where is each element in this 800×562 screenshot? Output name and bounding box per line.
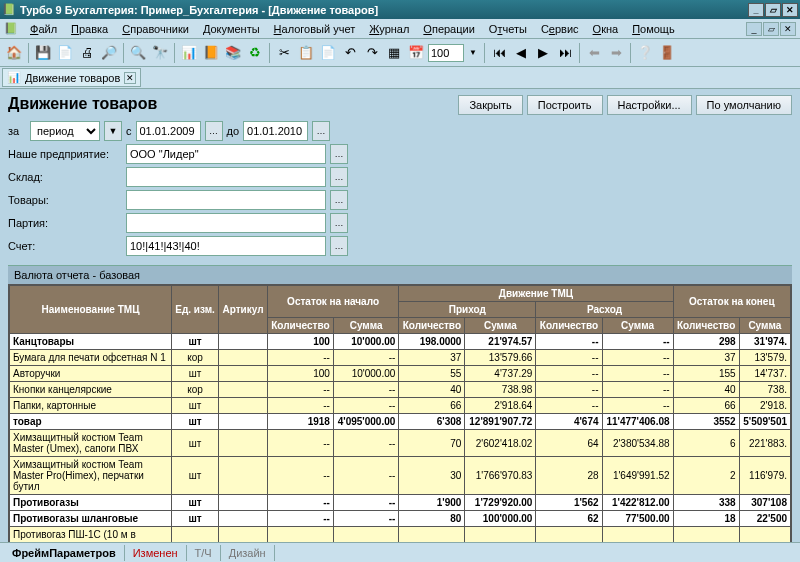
minimize-button[interactable]: _ bbox=[748, 3, 764, 17]
tovary-input[interactable] bbox=[126, 190, 326, 210]
chart-icon[interactable]: 📊 bbox=[179, 43, 199, 63]
zoom-input[interactable] bbox=[428, 44, 464, 62]
system-menu-icon[interactable]: 📗 bbox=[4, 22, 18, 35]
menu-file[interactable]: Файл bbox=[24, 21, 63, 37]
period-select[interactable]: период bbox=[30, 121, 100, 141]
menu-journal[interactable]: Журнал bbox=[363, 21, 415, 37]
cell-rq bbox=[536, 527, 602, 543]
menu-docs[interactable]: Документы bbox=[197, 21, 266, 37]
cell-es: 13'579. bbox=[739, 350, 790, 366]
schet-input[interactable] bbox=[126, 236, 326, 256]
doc-tab[interactable]: 📊 Движение товаров ✕ bbox=[2, 68, 141, 87]
partia-input[interactable] bbox=[126, 213, 326, 233]
period-picker-button[interactable]: ▼ bbox=[104, 121, 122, 141]
home-icon[interactable]: 🏠 bbox=[4, 43, 24, 63]
menu-edit[interactable]: Правка bbox=[65, 21, 114, 37]
forward-icon[interactable]: ➡ bbox=[606, 43, 626, 63]
company-picker-button[interactable]: … bbox=[330, 144, 348, 164]
partia-picker-button[interactable]: … bbox=[330, 213, 348, 233]
status-design[interactable]: Дизайн bbox=[221, 545, 275, 561]
menu-refs[interactable]: Справочники bbox=[116, 21, 195, 37]
table-row[interactable]: Химзащитный костюм Team Master Pro(Himex… bbox=[10, 457, 791, 495]
settings-button[interactable]: Настройки... bbox=[607, 95, 692, 115]
table-row[interactable]: Химзащитный костюм Team Master (Umex), с… bbox=[10, 430, 791, 457]
cell-eq: 338 bbox=[673, 495, 739, 511]
mdi-restore-button[interactable]: ▱ bbox=[763, 22, 779, 36]
calendar-icon[interactable]: 📅 bbox=[406, 43, 426, 63]
save-icon[interactable]: 💾 bbox=[33, 43, 53, 63]
new-icon[interactable]: 📄 bbox=[55, 43, 75, 63]
cell-name: Противогаз ПШ-1С (10 м в bbox=[10, 527, 172, 543]
menu-service[interactable]: Сервис bbox=[535, 21, 585, 37]
cell-rq: -- bbox=[536, 398, 602, 414]
cell-eq: 40 bbox=[673, 382, 739, 398]
help-icon[interactable]: ❔ bbox=[635, 43, 655, 63]
date-to-input[interactable] bbox=[243, 121, 308, 141]
preview-icon[interactable]: 🔎 bbox=[99, 43, 119, 63]
back-icon[interactable]: ⬅ bbox=[584, 43, 604, 63]
print-icon[interactable]: 🖨 bbox=[77, 43, 97, 63]
next-icon[interactable]: ▶ bbox=[533, 43, 553, 63]
tovary-picker-button[interactable]: … bbox=[330, 190, 348, 210]
cell-eq: 3552 bbox=[673, 414, 739, 430]
mdi-close-button[interactable]: ✕ bbox=[780, 22, 796, 36]
col-rashod: Расход bbox=[536, 302, 673, 318]
schet-picker-button[interactable]: … bbox=[330, 236, 348, 256]
last-icon[interactable]: ⏭ bbox=[555, 43, 575, 63]
date-to-picker-button[interactable]: … bbox=[312, 121, 330, 141]
cell-name: Канцтовары bbox=[10, 334, 172, 350]
report-header: Движение товаров Закрыть Построить Настр… bbox=[0, 89, 800, 119]
first-icon[interactable]: ⏮ bbox=[489, 43, 509, 63]
find-next-icon[interactable]: 🔭 bbox=[150, 43, 170, 63]
grid-icon[interactable]: ▦ bbox=[384, 43, 404, 63]
cell-art bbox=[219, 414, 268, 430]
books-icon[interactable]: 📚 bbox=[223, 43, 243, 63]
cut-icon[interactable]: ✂ bbox=[274, 43, 294, 63]
default-button[interactable]: По умолчанию bbox=[696, 95, 792, 115]
table-row[interactable]: Противогазы шланговыешт----80100'000.006… bbox=[10, 511, 791, 527]
exit-icon[interactable]: 🚪 bbox=[657, 43, 677, 63]
book-icon[interactable]: 📙 bbox=[201, 43, 221, 63]
search-icon[interactable]: 🔍 bbox=[128, 43, 148, 63]
table-row[interactable]: Авторучкишт10010'000.00554'737.29----155… bbox=[10, 366, 791, 382]
cell-ed: шт bbox=[171, 495, 218, 511]
company-input[interactable] bbox=[126, 144, 326, 164]
menu-reports[interactable]: Отчеты bbox=[483, 21, 533, 37]
table-row[interactable]: Канцтоварышт10010'000.00198.000021'974.5… bbox=[10, 334, 791, 350]
table-row[interactable]: Кнопки канцелярскиекор----40738.98----40… bbox=[10, 382, 791, 398]
zoom-dropdown-icon[interactable]: ▼ bbox=[466, 43, 480, 63]
close-button[interactable]: ✕ bbox=[782, 3, 798, 17]
sklad-picker-button[interactable]: … bbox=[330, 167, 348, 187]
cell-rs: 1'649'991.52 bbox=[602, 457, 673, 495]
table-row[interactable]: Противогаз ПШ-1С (10 м в bbox=[10, 527, 791, 543]
table-row[interactable]: Папки, картонныешт----662'918.64----662'… bbox=[10, 398, 791, 414]
menu-help[interactable]: Помощь bbox=[626, 21, 681, 37]
menu-ops[interactable]: Операции bbox=[417, 21, 480, 37]
cell-rs: -- bbox=[602, 334, 673, 350]
date-from-input[interactable] bbox=[136, 121, 201, 141]
table-row[interactable]: Бумага для печати офсетная N 1кор----371… bbox=[10, 350, 791, 366]
cell-art bbox=[219, 527, 268, 543]
mdi-minimize-button[interactable]: _ bbox=[746, 22, 762, 36]
copy-icon[interactable]: 📋 bbox=[296, 43, 316, 63]
status-tch[interactable]: Т/Ч bbox=[187, 545, 221, 561]
build-button[interactable]: Построить bbox=[527, 95, 603, 115]
maximize-button[interactable]: ▱ bbox=[765, 3, 781, 17]
status-frame[interactable]: ФреймПараметров bbox=[4, 545, 125, 561]
table-row[interactable]: товаршт19184'095'000.006'30812'891'907.7… bbox=[10, 414, 791, 430]
menu-tax[interactable]: Налоговый учет bbox=[268, 21, 362, 37]
redo-icon[interactable]: ↷ bbox=[362, 43, 382, 63]
close-report-button[interactable]: Закрыть bbox=[458, 95, 522, 115]
refresh-icon[interactable]: ♻ bbox=[245, 43, 265, 63]
date-from-picker-button[interactable]: … bbox=[205, 121, 223, 141]
paste-icon[interactable]: 📄 bbox=[318, 43, 338, 63]
report-table-wrap[interactable]: Наименование ТМЦ Ед. изм. Артикул Остато… bbox=[8, 284, 792, 556]
table-row[interactable]: Противогазышт----1'9001'729'920.001'5621… bbox=[10, 495, 791, 511]
doc-tab-close-icon[interactable]: ✕ bbox=[124, 72, 136, 84]
undo-icon[interactable]: ↶ bbox=[340, 43, 360, 63]
status-changed[interactable]: Изменен bbox=[125, 545, 187, 561]
cell-pq: 66 bbox=[399, 398, 465, 414]
sklad-input[interactable] bbox=[126, 167, 326, 187]
menu-windows[interactable]: Окна bbox=[587, 21, 625, 37]
prev-icon[interactable]: ◀ bbox=[511, 43, 531, 63]
